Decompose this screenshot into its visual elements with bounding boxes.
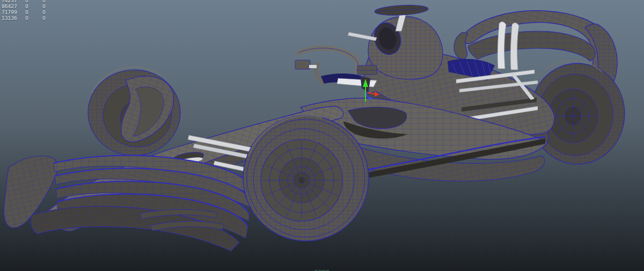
polycount-value: 0 (25, 0, 42, 4)
front-left-wheel[interactable] (243, 115, 369, 241)
hud-poly-count: 74237 0 0 86427 0 0 71799 0 0 13136 0 0 (2, 0, 60, 21)
polycount-value: 0 (25, 4, 42, 10)
polycount-value: 0 (42, 4, 60, 10)
polycount-value: 74237 (2, 0, 25, 4)
polycount-value: 13136 (2, 16, 25, 21)
polycount-value: 0 (42, 10, 60, 16)
polycount-row: 13136 0 0 (2, 16, 60, 21)
polycount-row: 86427 0 0 (2, 4, 60, 10)
polycount-row: 71799 0 0 (2, 10, 60, 16)
polycount-value: 0 (42, 16, 60, 21)
polycount-value: 0 (42, 0, 60, 4)
polycount-value: 0 (25, 16, 42, 21)
polycount-value: 0 (25, 10, 42, 16)
polycount-value: 71799 (2, 10, 25, 16)
polycount-row: 74237 0 0 (2, 0, 60, 4)
polycount-value: 86427 (2, 4, 25, 10)
mirror-right[interactable] (357, 65, 377, 75)
viewport-canvas (0, 0, 644, 271)
maya-viewport[interactable]: 74237 0 0 86427 0 0 71799 0 0 13136 0 0 … (0, 0, 644, 271)
viewport-camera-label: persp (314, 268, 330, 271)
